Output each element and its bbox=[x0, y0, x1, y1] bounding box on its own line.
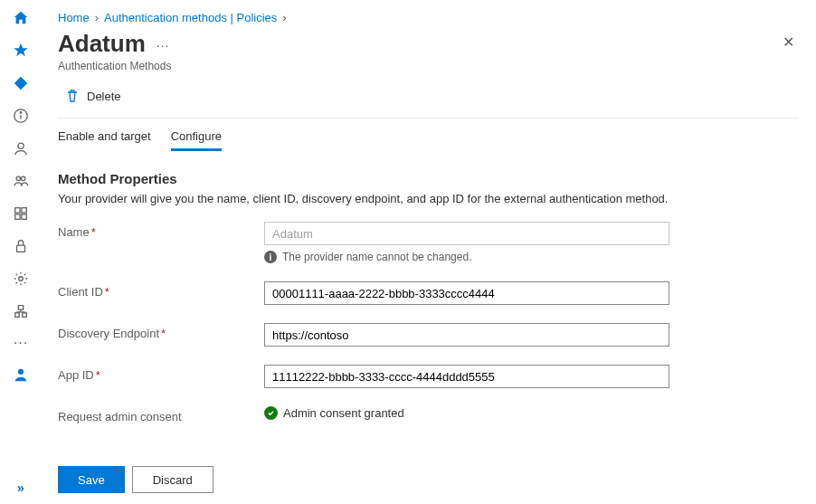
close-icon[interactable]: ✕ bbox=[779, 30, 798, 54]
check-icon bbox=[264, 406, 278, 420]
svg-point-4 bbox=[16, 176, 21, 181]
gear-icon[interactable] bbox=[12, 270, 30, 288]
lock-icon[interactable] bbox=[12, 237, 30, 255]
svg-rect-7 bbox=[22, 208, 26, 213]
footer: Save Discard bbox=[58, 452, 798, 493]
user-highlight-icon[interactable] bbox=[12, 366, 30, 384]
section-description: Your provider will give you the name, cl… bbox=[58, 192, 798, 205]
left-nav-rail: ··· » bbox=[0, 0, 42, 504]
row-app-id: App ID* bbox=[58, 365, 798, 388]
main-content: Home › Authentication methods | Policies… bbox=[42, 0, 816, 504]
section-title: Method Properties bbox=[58, 171, 798, 186]
breadcrumb-policies[interactable]: Authentication methods | Policies bbox=[104, 11, 277, 24]
delete-button[interactable]: Delete bbox=[58, 85, 128, 107]
toolbar: Delete bbox=[58, 85, 798, 119]
discovery-label: Discovery Endpoint* bbox=[58, 323, 264, 340]
consent-label: Request admin consent bbox=[58, 406, 264, 423]
users-icon[interactable] bbox=[12, 172, 30, 190]
app-id-label: App ID* bbox=[58, 365, 264, 382]
more-icon[interactable]: ··· bbox=[14, 335, 28, 351]
svg-rect-13 bbox=[15, 313, 20, 318]
svg-point-2 bbox=[20, 112, 21, 113]
home-icon[interactable] bbox=[12, 9, 30, 27]
expand-rail-icon[interactable]: » bbox=[17, 480, 24, 495]
client-id-input[interactable] bbox=[264, 281, 669, 305]
page-title: Adatum bbox=[58, 30, 146, 58]
row-name: Name* i The provider name cannot be chan… bbox=[58, 222, 798, 263]
svg-rect-6 bbox=[15, 208, 20, 213]
trash-icon bbox=[65, 89, 80, 103]
tab-configure[interactable]: Configure bbox=[171, 129, 222, 151]
svg-point-3 bbox=[18, 143, 24, 148]
breadcrumb-home[interactable]: Home bbox=[58, 11, 90, 24]
row-client-id: Client ID* bbox=[58, 281, 798, 305]
consent-status: Admin consent granted bbox=[264, 406, 669, 420]
svg-rect-12 bbox=[18, 306, 23, 310]
client-id-label: Client ID* bbox=[58, 281, 264, 299]
info-icon[interactable] bbox=[12, 107, 30, 125]
svg-rect-8 bbox=[15, 214, 20, 219]
tabs: Enable and target Configure bbox=[58, 119, 798, 151]
page-subtitle: Authentication Methods bbox=[58, 60, 798, 72]
chevron-right-icon: › bbox=[282, 11, 286, 24]
svg-rect-14 bbox=[23, 313, 27, 318]
discard-button[interactable]: Discard bbox=[132, 466, 213, 493]
tab-enable-target[interactable]: Enable and target bbox=[58, 129, 151, 151]
svg-rect-10 bbox=[17, 245, 25, 252]
app-id-input[interactable] bbox=[264, 365, 669, 388]
breadcrumb: Home › Authentication methods | Policies… bbox=[58, 11, 798, 24]
grid-icon[interactable] bbox=[12, 204, 30, 223]
more-actions-icon[interactable]: ··· bbox=[157, 38, 170, 52]
user-icon[interactable] bbox=[12, 139, 30, 157]
name-label: Name* bbox=[58, 222, 264, 239]
form: Name* i The provider name cannot be chan… bbox=[58, 222, 798, 423]
chevron-right-icon: › bbox=[95, 11, 99, 24]
name-input bbox=[264, 222, 669, 245]
row-discovery: Discovery Endpoint* bbox=[58, 323, 798, 347]
svg-rect-9 bbox=[22, 214, 26, 219]
row-consent: Request admin consent Admin consent gran… bbox=[58, 406, 798, 423]
favorites-icon[interactable] bbox=[12, 42, 30, 60]
save-button[interactable]: Save bbox=[58, 466, 125, 493]
svg-point-5 bbox=[21, 176, 25, 181]
name-info: i The provider name cannot be changed. bbox=[264, 251, 669, 263]
org-icon[interactable] bbox=[12, 302, 30, 320]
diamond-icon[interactable] bbox=[12, 74, 30, 92]
delete-label: Delete bbox=[87, 90, 121, 103]
info-badge-icon: i bbox=[264, 251, 277, 263]
discovery-input[interactable] bbox=[264, 323, 669, 347]
svg-point-11 bbox=[19, 277, 24, 281]
